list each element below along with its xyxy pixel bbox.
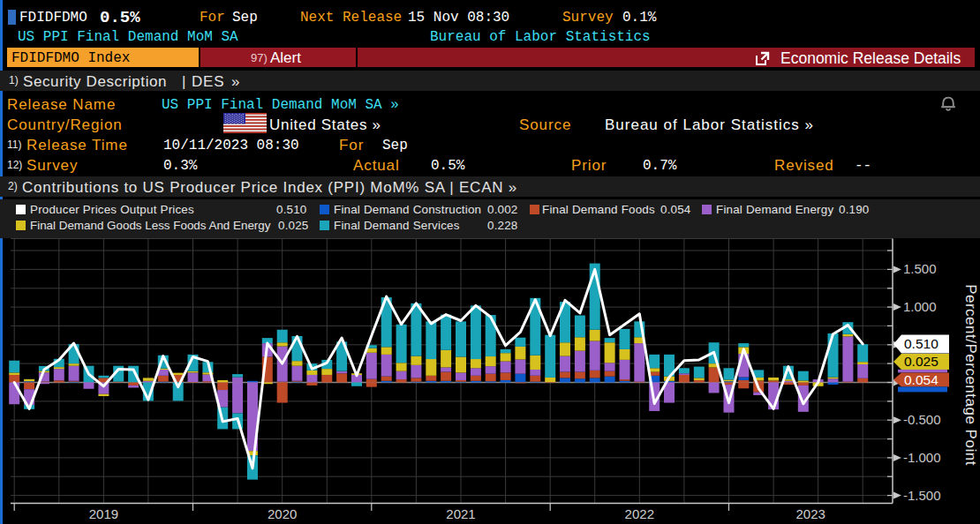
svg-text:-1.500: -1.500 bbox=[903, 488, 941, 503]
svg-text:1.500: 1.500 bbox=[903, 261, 937, 276]
svg-text:Percent/Percentage Point: Percent/Percentage Point bbox=[962, 284, 979, 466]
svg-text:0.510: 0.510 bbox=[904, 336, 939, 351]
svg-text:2021: 2021 bbox=[446, 506, 475, 521]
svg-text:2020: 2020 bbox=[268, 506, 297, 521]
svg-text:2022: 2022 bbox=[625, 506, 654, 521]
svg-text:-1.000: -1.000 bbox=[903, 450, 941, 465]
svg-text:1.000: 1.000 bbox=[903, 299, 937, 314]
svg-text:-0.500: -0.500 bbox=[903, 412, 941, 427]
svg-text:0.025: 0.025 bbox=[904, 354, 939, 369]
svg-text:2019: 2019 bbox=[89, 506, 118, 521]
svg-text:2023: 2023 bbox=[796, 506, 825, 521]
svg-text:0.054: 0.054 bbox=[904, 372, 939, 387]
